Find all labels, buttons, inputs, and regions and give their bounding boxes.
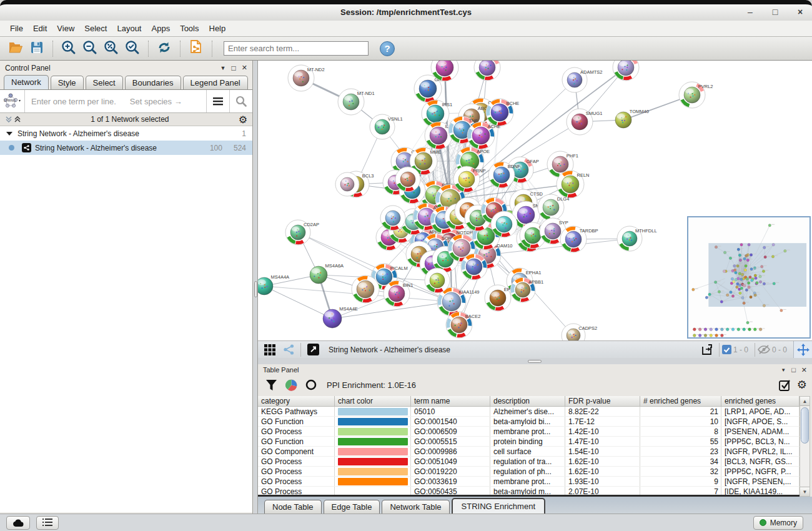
export-view-button[interactable] bbox=[699, 342, 715, 357]
chart-settings-button[interactable] bbox=[283, 377, 299, 392]
network-node[interactable] bbox=[380, 206, 405, 231]
minimize-button[interactable]: – bbox=[743, 7, 757, 17]
filter-button[interactable] bbox=[263, 377, 279, 392]
close-button[interactable]: × bbox=[793, 7, 807, 17]
network-node[interactable] bbox=[613, 61, 639, 81]
scroll-down-arrow[interactable]: ▼ bbox=[800, 487, 810, 496]
network-node[interactable]: APBB1 bbox=[510, 277, 543, 302]
gear-icon[interactable]: ⚙ bbox=[239, 114, 247, 126]
network-node[interactable]: VSNL1 bbox=[370, 114, 403, 139]
tab-edge-table[interactable]: Edge Table bbox=[324, 500, 380, 514]
network-node[interactable] bbox=[352, 275, 379, 303]
close-panel-icon[interactable]: ✕ bbox=[242, 64, 247, 72]
network-node[interactable]: RELN bbox=[557, 171, 590, 198]
network-node[interactable]: MTHFDLL bbox=[617, 226, 657, 251]
refresh-button[interactable] bbox=[155, 39, 174, 58]
string-options-button[interactable] bbox=[206, 90, 229, 112]
scrollbar-thumb[interactable] bbox=[801, 407, 809, 444]
network-node[interactable]: CADPS2 bbox=[562, 324, 597, 340]
menu-item-apps[interactable]: Apps bbox=[147, 22, 176, 35]
close-panel-icon[interactable]: ✕ bbox=[801, 366, 807, 374]
network-node[interactable]: PRNP bbox=[453, 166, 486, 192]
zoom-in-button[interactable] bbox=[59, 39, 78, 58]
help-button[interactable]: ? bbox=[380, 41, 395, 56]
float-panel-icon[interactable]: ▼ bbox=[781, 367, 786, 373]
grid-view-button[interactable] bbox=[262, 342, 278, 357]
network-node[interactable]: PVRL2 bbox=[679, 82, 713, 108]
network-node[interactable] bbox=[491, 211, 517, 237]
select-columns-icon[interactable] bbox=[779, 379, 791, 391]
table-row[interactable]: GO ProcessGO:0019220regulation of ph...1… bbox=[258, 467, 800, 477]
zoom-fit-button[interactable] bbox=[102, 39, 121, 58]
scroll-up-arrow[interactable]: ▲ bbox=[800, 397, 810, 406]
column-header-category[interactable]: category bbox=[258, 396, 335, 407]
network-node[interactable]: ADAMTS2 bbox=[562, 67, 602, 92]
network-node[interactable] bbox=[395, 167, 420, 192]
network-node[interactable]: DLG4 bbox=[538, 194, 569, 221]
pan-tool-button[interactable] bbox=[793, 341, 812, 359]
menu-item-layout[interactable]: Layout bbox=[112, 22, 146, 35]
collapse-triangle-icon[interactable] bbox=[6, 131, 12, 136]
menu-item-select[interactable]: Select bbox=[79, 22, 112, 35]
open-in-window-button[interactable] bbox=[305, 342, 321, 357]
network-node[interactable] bbox=[335, 172, 359, 196]
network-node[interactable]: BIN1 bbox=[384, 280, 413, 307]
tab-select[interactable]: Select bbox=[86, 76, 123, 89]
share-view-button[interactable] bbox=[280, 342, 297, 357]
string-term-placeholder[interactable]: Enter one term per line. bbox=[25, 97, 116, 106]
network-node[interactable]: BCHE bbox=[486, 99, 519, 126]
network-node[interactable]: TOMM40 bbox=[615, 109, 649, 128]
string-search-button[interactable] bbox=[229, 90, 252, 112]
menu-item-edit[interactable]: Edit bbox=[28, 22, 52, 35]
table-vertical-scrollbar[interactable]: ▲ ▼ bbox=[800, 396, 810, 497]
column-header-FDR-p-value[interactable]: FDR p-value bbox=[565, 396, 640, 407]
open-session-button[interactable] bbox=[6, 39, 25, 58]
automation-button[interactable] bbox=[6, 516, 30, 530]
set-species-label[interactable]: Set species → bbox=[130, 97, 182, 106]
tab-node-table[interactable]: Node Table bbox=[264, 500, 322, 514]
float-panel-icon[interactable]: ▼ bbox=[220, 65, 226, 71]
export-network-button[interactable] bbox=[187, 39, 205, 58]
search-input[interactable] bbox=[224, 41, 369, 56]
birds-eye-view[interactable] bbox=[687, 216, 811, 339]
tab-string-enrichment[interactable]: STRING Enrichment bbox=[452, 498, 545, 514]
zoom-selected-button[interactable] bbox=[123, 39, 142, 58]
divider-grip[interactable] bbox=[254, 281, 257, 297]
zoom-out-button[interactable] bbox=[81, 39, 99, 58]
tab-legend-panel[interactable]: Legend Panel bbox=[183, 76, 248, 89]
network-node[interactable]: MT-ND1 bbox=[338, 89, 375, 115]
tab-network-table[interactable]: Network Table bbox=[382, 500, 449, 514]
table-row[interactable]: GO ProcessGO:0006509membrane prot...1.42… bbox=[258, 427, 800, 437]
table-row[interactable]: GO FunctionGO:0001540beta-amyloid bi...1… bbox=[258, 417, 800, 427]
save-session-button[interactable] bbox=[27, 39, 46, 58]
enrichment-table[interactable]: categorychart colorterm namedescriptionF… bbox=[258, 396, 800, 497]
network-node[interactable]: CD2AP bbox=[285, 220, 319, 245]
network-node[interactable]: MS4A4A bbox=[258, 274, 289, 295]
network-node[interactable] bbox=[474, 61, 500, 81]
network-node[interactable]: MS4A4E bbox=[323, 306, 358, 328]
table-gear-icon[interactable]: ⚙ bbox=[797, 378, 807, 392]
table-row[interactable]: GO ComponentGO:0009986cell surface1.54E-… bbox=[258, 447, 800, 457]
column-header-enriched-genes[interactable]: enriched genes bbox=[721, 396, 800, 407]
column-header-description[interactable]: description bbox=[490, 396, 565, 407]
menu-item-view[interactable]: View bbox=[52, 22, 79, 35]
menu-item-help[interactable]: Help bbox=[204, 22, 231, 35]
table-row[interactable]: GO ProcessGO:0051049regulation of tra...… bbox=[258, 457, 800, 467]
maximize-button[interactable]: □ bbox=[768, 7, 782, 17]
tree-root-row[interactable]: String Network - Alzheimer's disease 1 bbox=[0, 126, 252, 141]
network-node[interactable]: ACHE bbox=[467, 122, 500, 149]
task-history-button[interactable] bbox=[36, 516, 59, 530]
table-row[interactable]: GO ProcessGO:0033619membrane prot...1.93… bbox=[258, 477, 800, 487]
string-logo-dropdown[interactable]: STRING bbox=[0, 90, 25, 112]
tab-style[interactable]: Style bbox=[51, 76, 84, 89]
column-header-chart-color[interactable]: chart color bbox=[335, 396, 411, 407]
column-header--enriched-genes[interactable]: # enriched genes bbox=[640, 396, 721, 407]
network-node[interactable]: MS4A6A bbox=[310, 263, 344, 284]
ring-chart-button[interactable] bbox=[303, 377, 319, 392]
network-node[interactable]: SMUG1 bbox=[567, 109, 602, 135]
collapse-expand-icons[interactable] bbox=[5, 116, 21, 124]
table-row[interactable]: GO FunctionGO:0005515protein binding1.47… bbox=[258, 437, 800, 447]
tree-network-row[interactable]: String Network - Alzheimer's disease 100… bbox=[0, 141, 252, 155]
table-row[interactable]: GO ProcessGO:0050435beta-amyloid m...2.0… bbox=[258, 487, 800, 497]
column-header-term-name[interactable]: term name bbox=[411, 396, 490, 407]
